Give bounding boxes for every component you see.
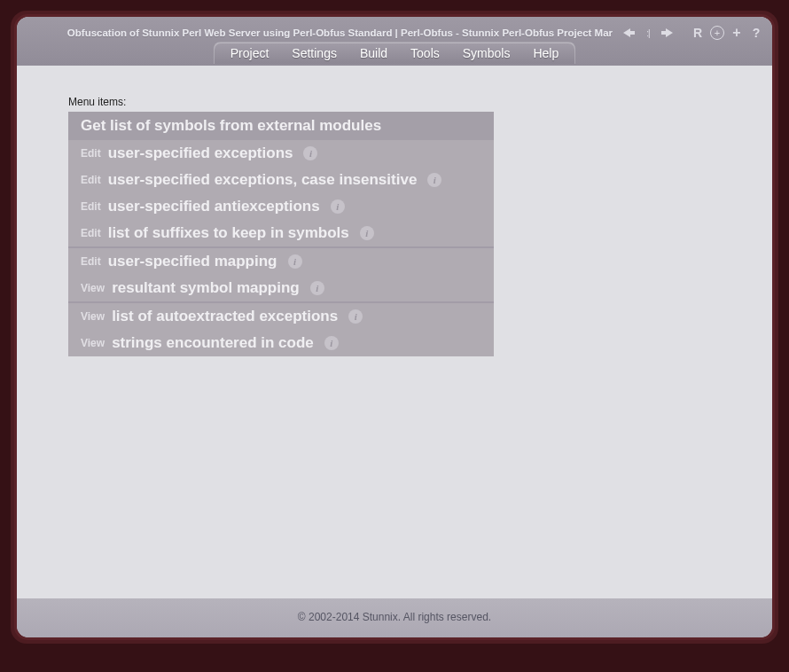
menu-tools[interactable]: Tools — [410, 46, 440, 60]
item-label: list of autoextracted exceptions — [112, 308, 338, 325]
footer-text: © 2002-2014 Stunnix. All rights reserved… — [298, 611, 491, 623]
menu-help[interactable]: Help — [533, 46, 559, 60]
info-icon[interactable]: i — [310, 281, 324, 295]
menubar-inner: Project Settings Build Tools Symbols Hel… — [214, 42, 575, 64]
help-icon[interactable]: ? — [749, 26, 763, 40]
zoom-in-icon[interactable]: + — [710, 26, 724, 40]
item-edit-exceptions-ci[interactable]: Edit user-specified exceptions, case ins… — [68, 167, 494, 193]
info-icon[interactable]: i — [331, 199, 345, 214]
prefix: Edit — [81, 255, 101, 268]
item-view-autoextracted[interactable]: View list of autoextracted exceptions i — [68, 303, 494, 330]
item-edit-suffixes[interactable]: Edit list of suffixes to keep in symbols… — [68, 220, 494, 246]
item-view-strings[interactable]: View strings encountered in code i — [68, 330, 494, 356]
menu-symbols[interactable]: Symbols — [463, 46, 511, 60]
reload-icon[interactable]: R — [691, 26, 705, 40]
item-label: user-specified exceptions — [108, 145, 293, 162]
menu-settings[interactable]: Settings — [292, 46, 337, 60]
prefix: Edit — [81, 147, 101, 160]
history-icon[interactable]: :| — [641, 26, 655, 40]
item-label: user-specified exceptions, case insensit… — [108, 171, 418, 189]
menu-items-box: Get list of symbols from external module… — [68, 112, 494, 356]
menubar: Project Settings Build Tools Symbols Hel… — [26, 42, 763, 64]
prefix: View — [81, 310, 105, 323]
section-label: Menu items: — [68, 96, 772, 108]
info-icon[interactable]: i — [348, 309, 363, 324]
item-label: user-specified antiexceptions — [108, 198, 320, 215]
info-icon[interactable]: i — [303, 146, 317, 160]
menu-project[interactable]: Project — [230, 46, 270, 60]
prefix: View — [81, 337, 105, 349]
footer: © 2002-2014 Stunnix. All rights reserved… — [17, 598, 772, 637]
back-arrow-icon[interactable] — [621, 26, 636, 40]
prefix: Edit — [81, 174, 101, 186]
header-label: Get list of symbols from external module… — [81, 117, 381, 134]
info-icon[interactable]: i — [288, 254, 302, 269]
item-label: resultant symbol mapping — [112, 279, 300, 297]
item-label: user-specified mapping — [108, 253, 277, 270]
info-icon[interactable]: i — [360, 226, 374, 240]
page-title: Obfuscation of Stunnix Perl Web Server u… — [67, 27, 613, 38]
header-get-symbols[interactable]: Get list of symbols from external module… — [68, 112, 494, 140]
menu-build[interactable]: Build — [360, 46, 387, 60]
info-icon[interactable]: i — [427, 173, 441, 187]
item-label: strings encountered in code — [112, 334, 314, 352]
prefix: Edit — [81, 227, 101, 239]
window-outer-frame: Obfuscation of Stunnix Perl Web Server u… — [11, 11, 778, 644]
item-view-resultant-mapping[interactable]: View resultant symbol mapping i — [68, 275, 494, 301]
header-bar: Obfuscation of Stunnix Perl Web Server u… — [17, 17, 772, 66]
prefix: View — [81, 282, 105, 294]
content-area: Menu items: Get list of symbols from ext… — [17, 66, 772, 598]
add-icon[interactable]: + — [730, 26, 744, 40]
item-edit-antiexceptions[interactable]: Edit user-specified antiexceptions i — [68, 193, 494, 220]
window-mid-frame: Obfuscation of Stunnix Perl Web Server u… — [14, 14, 775, 640]
title-row: Obfuscation of Stunnix Perl Web Server u… — [26, 22, 763, 42]
forward-arrow-icon[interactable] — [660, 26, 675, 40]
item-edit-exceptions[interactable]: Edit user-specified exceptions i — [68, 140, 494, 167]
app-window: Obfuscation of Stunnix Perl Web Server u… — [17, 17, 772, 637]
info-icon[interactable]: i — [324, 336, 339, 350]
item-label: list of suffixes to keep in symbols — [108, 224, 349, 242]
prefix: Edit — [81, 200, 101, 213]
item-edit-mapping[interactable]: Edit user-specified mapping i — [68, 248, 494, 275]
